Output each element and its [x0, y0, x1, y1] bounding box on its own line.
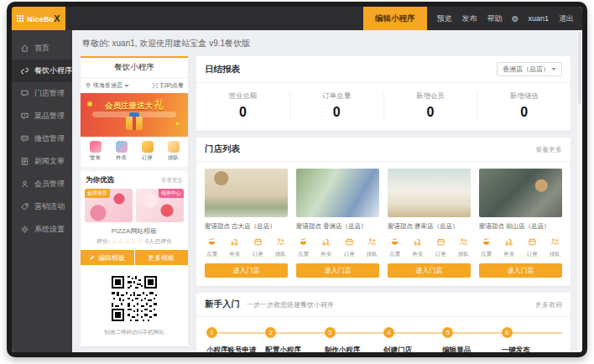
store-photo [388, 169, 471, 217]
step-number: 5 [442, 327, 453, 338]
banner-title: 会员注册送大礼 [81, 93, 188, 112]
home-icon [20, 44, 29, 53]
calendar-icon [436, 237, 446, 247]
stat-revenue: 营业总额0 [196, 91, 289, 120]
store-name: 蜜语甜点 唐家店（总店） [388, 222, 471, 231]
store-card: 蜜语甜点 前山店（总店） 点菜 外卖 订座 排队 进入门店 [479, 169, 562, 278]
reserve-icon [142, 141, 154, 153]
sidebar-item-member-management[interactable]: 会员管理 [12, 173, 72, 195]
store-icon [20, 89, 29, 98]
scooter-icon [413, 237, 422, 247]
sidebar-item-marketing[interactable]: 营销活动 [12, 195, 72, 218]
store-name: 蜜语甜点 吉大店（总店） [205, 222, 288, 231]
enter-store-button[interactable]: 进入门店 [388, 263, 471, 278]
people-icon [276, 237, 285, 247]
miniprogram-icon [20, 66, 29, 75]
category-reserve: 订座 [134, 141, 160, 162]
logo[interactable]: NiceBoX [12, 7, 65, 30]
sidebar-item-system-settings[interactable]: 系统设置 [12, 218, 72, 241]
topbar-right: 编辑小程序 预览 发布 帮助 ⚙ xuan1 退出 [363, 7, 582, 30]
members-icon [20, 179, 29, 189]
publish-link[interactable]: 发布 [462, 13, 477, 24]
guide-step-4: 4 创建门店 前往门店管理创建门店 [383, 327, 442, 352]
people-icon [550, 237, 560, 247]
store-photo [205, 169, 288, 217]
pencil-icon [89, 254, 96, 261]
people-icon [459, 237, 468, 247]
pick-tag: 领券中心 [159, 189, 184, 198]
username[interactable]: xuan1 [528, 14, 549, 23]
sidebar-item-restaurant-miniprogram[interactable]: 餐饮小程序 [12, 60, 72, 82]
store-action-queue: 排队 [550, 235, 560, 258]
help-link[interactable]: 帮助 [487, 13, 503, 24]
enter-store-button[interactable]: 进入门店 [205, 263, 288, 278]
sidebar-item-wechat-management[interactable]: 微信管理 [12, 127, 72, 150]
pick-image: 领券中心 [136, 189, 184, 222]
picks-more-link: 查看更多 [161, 177, 183, 185]
guide-more-link[interactable]: 更多教程 [535, 300, 562, 309]
qr-code [112, 276, 157, 321]
scooter-icon [321, 237, 331, 247]
picks-images: 金牌推荐 领券中心 [81, 189, 188, 222]
store-card: 蜜语甜点 香洲店（总店） 点菜 外卖 订座 排队 进入门店 [296, 169, 379, 278]
people-icon [367, 237, 377, 247]
store-name: 蜜语甜点 前山店（总店） [479, 222, 562, 231]
store-name: 蜜语甜点 香洲店（总店） [296, 222, 379, 231]
store-action-takeout: 外卖 [503, 235, 514, 258]
rating-stars: ☆☆☆☆☆ [112, 237, 144, 245]
greeting-text: 尊敬的: xuan1, 欢迎使用建站宝盒 v9.1餐饮版 [82, 38, 571, 49]
enter-store-button[interactable]: 进入门店 [479, 263, 562, 278]
template-name: PIZZA网站模板 [81, 226, 188, 236]
store-card: 蜜语甜点 唐家店（总店） 点菜 外卖 订座 排队 进入门店 [388, 169, 471, 278]
qr-code-block: 扫描二维码访问手机网站 [81, 276, 188, 336]
qr-caption: 扫描二维码访问手机网站 [81, 329, 188, 336]
sidebar: 首页 餐饮小程序 门店管理 菜品管理 微信管理 新闻文章 [12, 30, 72, 352]
guide-step-1: 1 小程序账号申请 个人小程序账号注册 企业小程序账号注册、认证 微信公众号注册… [206, 327, 265, 352]
store-list-title: 门店列表 [205, 143, 240, 155]
bowl-icon [207, 237, 216, 247]
scooter-icon [230, 237, 239, 247]
gift-box-icon [126, 117, 143, 130]
scan-order-label: 扫码点餐 [160, 81, 184, 90]
sidebar-item-news-articles[interactable]: 新闻文章 [12, 150, 72, 173]
marketing-tag-icon [20, 202, 29, 211]
logout-link[interactable]: 退出 [559, 13, 574, 24]
preview-location: 珠海香洲店 [93, 81, 122, 90]
location-pin-icon [85, 82, 91, 89]
scrollbar-thumb[interactable] [578, 32, 581, 104]
store-action-reserve: 订座 [435, 235, 446, 258]
edit-miniprogram-button[interactable]: 编辑小程序 [363, 7, 427, 30]
miniprogram-preview-card: 餐饮小程序 珠海香洲店 扫码点餐 会员注册送大礼 [81, 56, 188, 346]
sidebar-item-store-management[interactable]: 门店管理 [12, 82, 72, 105]
picks-title: 为你优选 [86, 175, 114, 185]
top-bar: NiceBoX 编辑小程序 预览 发布 帮助 ⚙ xuan1 退出 [12, 7, 582, 30]
template-rating: 评分: ☆☆☆☆☆ 0人已评分 [81, 237, 188, 246]
step-number: 6 [502, 327, 513, 338]
store-action-order: 点菜 [389, 235, 400, 258]
calendar-icon [345, 237, 354, 247]
enter-store-button[interactable]: 进入门店 [296, 263, 379, 278]
sidebar-item-dish-management[interactable]: 菜品管理 [12, 105, 72, 127]
right-column: 日结报表 香洲店（总店） 营业总额0 订单总量0 新增会员0 新增储值0 [196, 56, 571, 352]
guide-step-2: 2 配置小程序 建站宝盒对接配置 微信开发工具配置 [265, 327, 324, 352]
guide-subtitle: 一步一步教您搭建餐饮小程序 [247, 300, 334, 309]
gear-icon[interactable]: ⚙ [512, 14, 519, 23]
queue-icon [168, 141, 180, 153]
more-templates-button[interactable]: 更多模板 [135, 250, 189, 265]
edit-template-button[interactable]: 编辑模板 [81, 250, 134, 265]
coin-icon [87, 101, 92, 107]
guide-steps: 1 小程序账号申请 个人小程序账号注册 企业小程序账号注册、认证 微信公众号注册… [196, 317, 571, 352]
promo-banner: 会员注册送大礼 [81, 93, 188, 137]
store-list-more-link[interactable]: 查看更多 [535, 145, 562, 154]
sidebar-item-home[interactable]: 首页 [12, 37, 72, 60]
scrollbar[interactable] [577, 30, 582, 352]
news-icon [20, 157, 29, 166]
device-frame: NiceBoX 编辑小程序 预览 发布 帮助 ⚙ xuan1 退出 首页 餐饮小… [7, 2, 587, 357]
guide-step-6: 6 一键发布 [502, 327, 560, 352]
step-number: 2 [265, 327, 276, 338]
preview-link[interactable]: 预览 [437, 13, 452, 24]
pick-tag: 金牌推荐 [85, 189, 110, 198]
report-title: 日结报表 [205, 64, 240, 75]
store-filter-dropdown[interactable]: 香洲店（总店） [497, 62, 562, 76]
stat-new-deposits: 新增储值0 [477, 91, 571, 120]
